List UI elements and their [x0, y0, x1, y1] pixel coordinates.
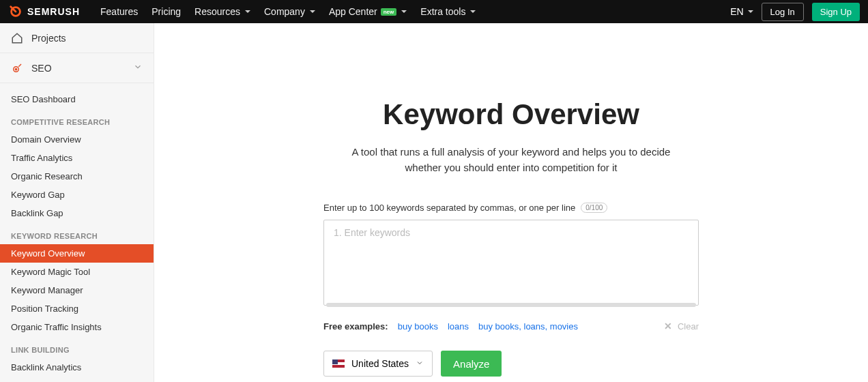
country-label: United States: [351, 358, 409, 369]
sidebar-backlink-analytics[interactable]: Backlink Analytics: [0, 358, 154, 377]
nav-features[interactable]: Features: [100, 6, 138, 17]
nav-features-label: Features: [100, 6, 138, 17]
nav-pricing[interactable]: Pricing: [151, 6, 181, 17]
sidebar-organic-research[interactable]: Organic Research: [0, 167, 154, 186]
nav-company-label: Company: [264, 6, 305, 17]
nav-appcenter-label: App Center: [329, 6, 377, 17]
examples-row: Free examples: buy books loans buy books…: [323, 321, 699, 332]
keyword-form: Enter up to 100 keywords separated by co…: [323, 203, 699, 377]
nav-extratools[interactable]: Extra tools: [420, 6, 476, 17]
sidebar-traffic-analytics[interactable]: Traffic Analytics: [0, 149, 154, 167]
sidebar-keyword-overview[interactable]: Keyword Overview: [0, 244, 154, 263]
sidebar-backlink-gap[interactable]: Backlink Gap: [0, 204, 154, 222]
textarea-scrollbar[interactable]: [326, 303, 696, 307]
language-selector[interactable]: EN: [730, 6, 753, 17]
hero: Keyword Overview A tool that runs a full…: [182, 98, 841, 175]
clear-label: Clear: [678, 321, 699, 332]
sidebar-group-link: LINK BUILDING: [0, 336, 154, 358]
page-title: Keyword Overview: [182, 98, 841, 131]
page-subtitle: A tool that runs a full analysis of your…: [334, 145, 689, 175]
sidebar-keyword-manager[interactable]: Keyword Manager: [0, 281, 154, 299]
sidebar-group-keyword: KEYWORD RESEARCH: [0, 222, 154, 244]
sidebar-keyword-gap[interactable]: Keyword Gap: [0, 186, 154, 204]
nav-pricing-label: Pricing: [151, 6, 181, 17]
primary-nav: Features Pricing Resources Company App C…: [100, 6, 476, 17]
signup-button[interactable]: Sign Up: [812, 3, 860, 21]
example-link-2[interactable]: loans: [448, 321, 469, 332]
brand-text: SEMRUSH: [27, 6, 80, 17]
close-icon: ✕: [664, 321, 672, 332]
clear-button[interactable]: ✕ Clear: [664, 321, 699, 332]
header-right: EN Log In Sign Up: [730, 3, 860, 21]
keyword-input-label: Enter up to 100 keywords separated by co…: [323, 203, 575, 213]
chevron-down-icon: [133, 62, 143, 74]
example-link-3[interactable]: buy books, loans, movies: [478, 321, 578, 332]
nav-company[interactable]: Company: [264, 6, 315, 17]
action-row: United States Analyze: [323, 351, 699, 377]
sidebar-projects[interactable]: Projects: [0, 23, 154, 53]
keyword-input-label-row: Enter up to 100 keywords separated by co…: [323, 203, 699, 213]
brand-logo[interactable]: SEMRUSH: [8, 4, 80, 19]
example-link-1[interactable]: buy books: [398, 321, 438, 332]
nav-resources-label: Resources: [194, 6, 240, 17]
semrush-icon: [8, 4, 23, 19]
main-content: Keyword Overview A tool that runs a full…: [154, 23, 868, 382]
us-flag-icon: [332, 359, 345, 368]
sidebar-seo-dashboard[interactable]: SEO Dashboard: [0, 83, 154, 108]
sidebar-group-competitive: COMPETITIVE RESEARCH: [0, 108, 154, 130]
nav-appcenter[interactable]: App Center new: [329, 6, 407, 17]
new-badge: new: [381, 8, 397, 16]
examples-label: Free examples:: [323, 321, 388, 332]
sidebar-domain-overview[interactable]: Domain Overview: [0, 130, 154, 149]
nav-extratools-label: Extra tools: [420, 6, 465, 17]
country-selector[interactable]: United States: [323, 351, 433, 377]
sidebar-keyword-magic[interactable]: Keyword Magic Tool: [0, 263, 154, 281]
target-icon: [11, 62, 23, 74]
sidebar-organic-insights[interactable]: Organic Traffic Insights: [0, 318, 154, 336]
nav-resources[interactable]: Resources: [194, 6, 250, 17]
login-button[interactable]: Log In: [762, 3, 804, 21]
keyword-counter: 0/100: [581, 203, 607, 213]
analyze-button[interactable]: Analyze: [441, 351, 502, 377]
sidebar-position-tracking[interactable]: Position Tracking: [0, 299, 154, 318]
sidebar-seo[interactable]: SEO: [0, 53, 154, 83]
sidebar-projects-label: Projects: [31, 33, 66, 44]
layout: Projects SEO SEO Dashboard COMPETITIVE R…: [0, 23, 868, 382]
home-icon: [11, 32, 23, 44]
language-label: EN: [730, 6, 743, 17]
sidebar: Projects SEO SEO Dashboard COMPETITIVE R…: [0, 23, 154, 382]
sidebar-backlink-audit[interactable]: Backlink Audit: [0, 377, 154, 382]
chevron-down-icon: [416, 358, 424, 369]
sidebar-seo-label: SEO: [31, 63, 52, 74]
top-navbar: SEMRUSH Features Pricing Resources Compa…: [0, 0, 868, 23]
keyword-input[interactable]: [323, 220, 699, 306]
svg-point-2: [15, 68, 16, 70]
